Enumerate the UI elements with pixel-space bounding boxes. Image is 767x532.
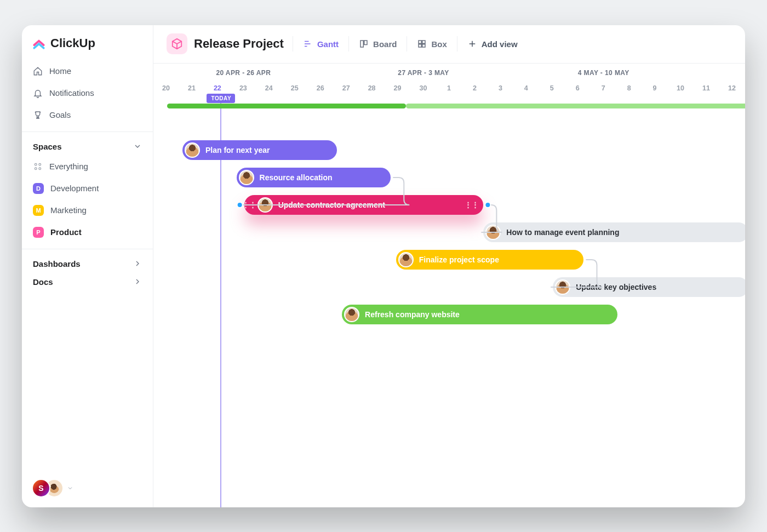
nav-home-label: Home (49, 66, 71, 76)
svg-point-3 (39, 167, 41, 169)
space-list: EverythingDDevelopmentMMarketingPProduct (22, 156, 153, 243)
brand-logo[interactable]: ClickUp (22, 25, 153, 60)
box-icon (417, 39, 427, 49)
gantt-task-label: Refresh company website (365, 310, 460, 319)
drag-handle-icon[interactable]: ⋮⋮ (247, 201, 252, 209)
clickup-logo-icon (32, 36, 46, 50)
gantt-task-objectiv[interactable]: Update key objectives (553, 277, 745, 297)
sidebar-item-everything[interactable]: Everything (26, 156, 148, 178)
gantt-icon (303, 39, 313, 49)
gantt-task-contract[interactable]: ⋮⋮Update contractor agreement⋮⋮ (244, 195, 484, 215)
space-badge: D (33, 183, 44, 194)
separator (407, 36, 407, 52)
nav-home[interactable]: Home (26, 60, 148, 82)
chevron-right-icon (133, 277, 142, 286)
svg-rect-7 (422, 41, 425, 43)
svg-rect-8 (419, 44, 421, 47)
spaces-header[interactable]: Spaces (22, 138, 153, 156)
add-view-button[interactable]: Add view (466, 37, 519, 51)
avatar-initial: S (38, 484, 43, 493)
plus-icon (467, 39, 477, 49)
svg-point-0 (35, 163, 37, 165)
svg-rect-4 (360, 41, 363, 47)
dashboards-header-label: Dashboards (33, 259, 81, 268)
main-panel: Release Project Gantt Board Box Add view (153, 25, 745, 507)
nav-goals[interactable]: Goals (26, 104, 148, 126)
separator (457, 36, 457, 52)
gantt-task-scope[interactable]: Finalize project scope (396, 250, 584, 270)
nav-notifications[interactable]: Notifications (26, 82, 148, 104)
docs-header-label: Docs (33, 277, 53, 287)
space-label: Marketing (50, 205, 87, 215)
gantt-canvas: 20 APR - 26 APR27 APR - 3 MAY4 MAY - 10 … (153, 64, 745, 507)
app-window: ClickUp Home Notifications Goals Spaces … (22, 25, 745, 507)
user-switcher[interactable]: S (32, 479, 73, 497)
gantt-task-label: Finalize project scope (419, 255, 499, 264)
tab-board-label: Board (373, 39, 397, 49)
tab-gantt[interactable]: Gantt (302, 37, 340, 51)
brand-name: ClickUp (50, 36, 95, 50)
assignee-avatar (344, 307, 359, 322)
tab-box[interactable]: Box (416, 37, 448, 51)
board-icon (359, 39, 369, 49)
dashboards-header[interactable]: Dashboards (22, 255, 153, 273)
gantt-task-resource[interactable]: Resource allocation (237, 168, 391, 187)
gantt-task-event[interactable]: How to manage event planning (483, 222, 745, 242)
svg-rect-5 (364, 41, 367, 45)
divider (22, 249, 153, 249)
chevron-right-icon (133, 259, 142, 268)
gantt-view[interactable]: 20 APR - 26 APR27 APR - 3 MAY4 MAY - 10 … (153, 64, 745, 507)
space-label: Product (50, 227, 82, 237)
chevron-down-icon (133, 142, 142, 151)
project-icon-badge (167, 33, 187, 54)
assignee-avatar (185, 142, 200, 158)
avatar-stack: S (32, 479, 64, 497)
svg-point-1 (39, 163, 41, 165)
sidebar-item-development[interactable]: DDevelopment (26, 178, 148, 199)
svg-rect-6 (419, 41, 421, 43)
svg-point-2 (35, 167, 37, 169)
divider (22, 131, 153, 132)
tab-board[interactable]: Board (358, 37, 398, 51)
assignee-avatar (257, 197, 273, 213)
sidebar-item-product[interactable]: PProduct (26, 221, 148, 243)
package-icon (171, 38, 183, 50)
project-title-block[interactable]: Release Project (167, 33, 284, 54)
space-badge: P (33, 227, 44, 238)
avatar-self: S (32, 479, 50, 497)
sidebar: ClickUp Home Notifications Goals Spaces … (22, 25, 153, 507)
home-icon (33, 66, 43, 76)
svg-rect-9 (422, 44, 425, 47)
project-header: Release Project Gantt Board Box Add view (153, 25, 745, 64)
assignee-avatar (398, 252, 414, 267)
gantt-task-plan[interactable]: Plan for next year (182, 140, 337, 160)
sidebar-item-marketing[interactable]: MMarketing (26, 199, 148, 221)
gantt-task-label: Update key objectives (576, 283, 656, 291)
project-title: Release Project (194, 37, 284, 51)
primary-nav: Home Notifications Goals (22, 60, 153, 126)
gantt-task-label: Update contractor agreement (278, 201, 385, 209)
spaces-header-label: Spaces (33, 142, 62, 151)
gantt-task-label: Plan for next year (205, 146, 270, 155)
assignee-avatar (555, 279, 570, 295)
docs-header[interactable]: Docs (22, 273, 153, 291)
space-label: Development (50, 184, 99, 193)
add-view-label: Add view (482, 39, 518, 49)
nav-notifications-label: Notifications (49, 88, 94, 98)
assignee-avatar (239, 170, 254, 185)
caret-down-icon (67, 485, 73, 491)
separator (348, 36, 349, 52)
space-badge: M (33, 205, 44, 216)
assignee-avatar (485, 225, 501, 240)
space-label: Everything (49, 162, 88, 171)
nav-goals-label: Goals (49, 110, 71, 119)
trophy-icon (33, 110, 43, 120)
gantt-task-label: How to manage event planning (506, 228, 619, 237)
tab-gantt-label: Gantt (317, 39, 339, 49)
drag-handle-icon[interactable]: ⋮⋮ (469, 201, 474, 209)
gantt-task-website[interactable]: Refresh company website (342, 305, 617, 324)
everything-icon (33, 162, 43, 171)
tab-box-label: Box (431, 39, 447, 49)
bell-icon (33, 88, 43, 98)
separator (293, 36, 293, 52)
